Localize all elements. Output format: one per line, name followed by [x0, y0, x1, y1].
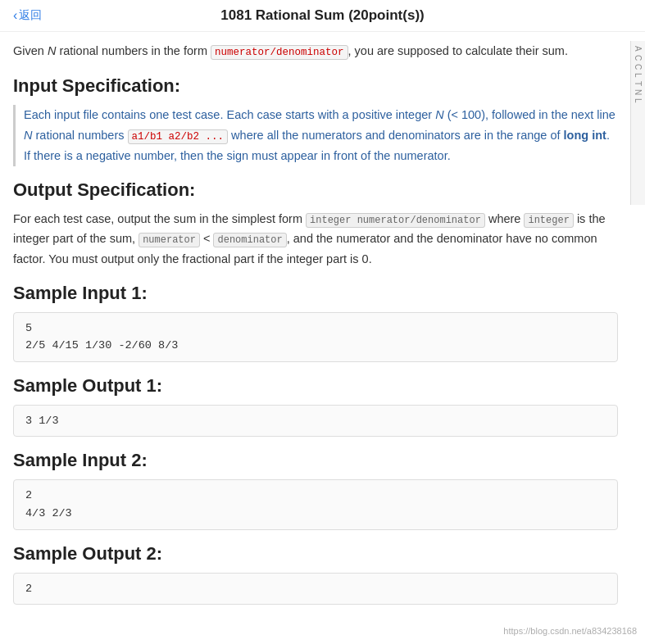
- sample-input-2-box: 2 4/3 2/3: [13, 479, 618, 529]
- output-code-integer: integer: [524, 213, 573, 228]
- sample-input-1-line-1: 5: [25, 320, 606, 338]
- back-label: 返回: [19, 8, 42, 23]
- sample-output-2-line-1: 2: [25, 580, 606, 598]
- back-button[interactable]: ‹ 返回: [13, 8, 42, 23]
- input-n-var2: N: [24, 129, 32, 142]
- sidebar-item-n[interactable]: N: [634, 89, 643, 95]
- output-spec-text: For each test case, output the sum in th…: [13, 209, 618, 270]
- input-text-p3: rational numbers: [32, 129, 127, 142]
- sample-input-2-line-1: 2: [25, 487, 606, 505]
- sidebar-item-a[interactable]: A: [634, 46, 643, 52]
- sample-output-1-line-1: 3 1/3: [25, 412, 606, 430]
- output-code-form: integer numerator/denominator: [306, 213, 485, 228]
- output-spec-heading: Output Specification:: [13, 179, 618, 201]
- intro-text-middle: rational numbers in the form: [56, 44, 211, 57]
- sidebar-item-l2[interactable]: L: [634, 98, 643, 103]
- sidebar-item-t[interactable]: T: [634, 81, 643, 86]
- sample-input-2-heading: Sample Input 2:: [13, 450, 618, 471]
- output-code-numerator: numerator: [139, 233, 200, 247]
- sample-output-1-heading: Sample Output 1:: [13, 375, 618, 397]
- header: ‹ 返回 1081 Rational Sum (20point(s)): [0, 0, 645, 32]
- bold-int: int: [592, 129, 606, 142]
- intro-text-before: Given: [13, 44, 48, 57]
- output-text-p1: For each test case, output the sum in th…: [13, 212, 306, 225]
- sidebar-item-l1[interactable]: L: [634, 73, 643, 78]
- intro-code-badge: numerator/denominator: [211, 45, 348, 60]
- output-text-p4: <: [200, 232, 214, 245]
- sample-output-1-box: 3 1/3: [13, 405, 618, 438]
- sample-output-2-heading: Sample Output 2:: [13, 543, 618, 565]
- sidebar-item-c2[interactable]: C: [634, 64, 643, 70]
- intro-paragraph: Given N rational numbers in the form num…: [13, 42, 618, 61]
- sample-input-1-line-2: 2/5 4/15 1/30 -2/60 8/3: [25, 337, 606, 355]
- main-content: Given N rational numbers in the form num…: [0, 32, 631, 644]
- input-text-p1: Each input file contains one test case. …: [24, 108, 435, 121]
- sample-output-2-box: 2: [13, 573, 618, 605]
- input-code-badge: a1/b1 a2/b2 ...: [128, 129, 229, 144]
- sample-input-1-box: 5 2/5 4/15 1/30 -2/60 8/3: [13, 312, 618, 362]
- output-code-denominator: denominator: [213, 233, 286, 247]
- back-arrow-icon: ‹: [13, 8, 17, 23]
- sidebar-item-c1[interactable]: C: [634, 55, 643, 61]
- bold-long: long: [564, 129, 589, 142]
- intro-n-var: N: [48, 44, 56, 57]
- input-spec-heading: Input Specification:: [13, 75, 618, 97]
- sample-input-1-heading: Sample Input 1:: [13, 283, 618, 304]
- page-title: 1081 Rational Sum (20point(s)): [220, 7, 424, 24]
- input-spec-text: Each input file contains one test case. …: [24, 105, 618, 166]
- intro-text-after: , you are supposed to calculate their su…: [348, 44, 568, 57]
- input-n-var: N: [435, 108, 443, 121]
- input-text-p2: (< 100), followed in the next line: [444, 108, 615, 121]
- input-spec-block: Each input file contains one test case. …: [13, 105, 618, 166]
- right-sidebar: A C C L T N L: [630, 41, 645, 205]
- output-text-p2: where: [485, 212, 525, 225]
- sample-input-2-line-2: 4/3 2/3: [25, 505, 606, 523]
